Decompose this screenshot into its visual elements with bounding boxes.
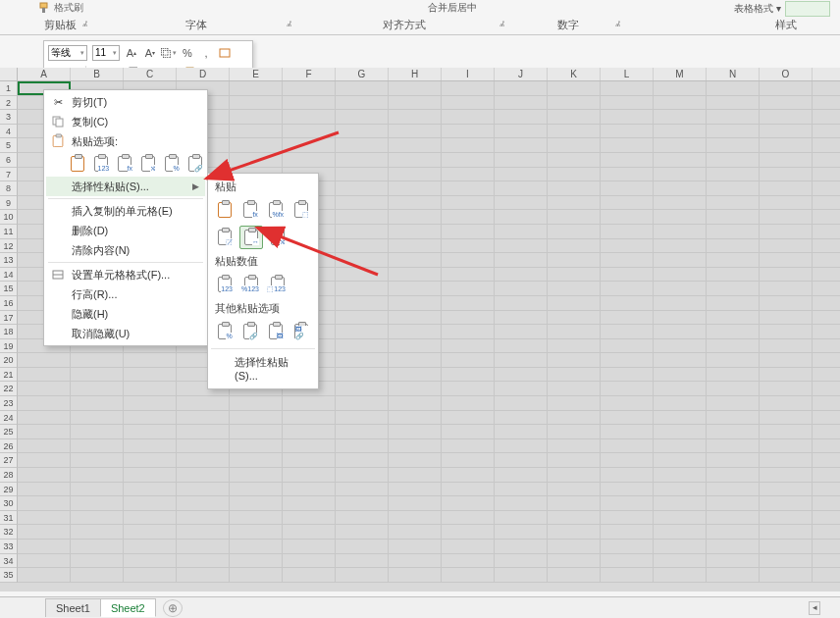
sub-paste-picture-icon[interactable]: 🖼 bbox=[265, 320, 288, 343]
alignment-dialog-launcher[interactable]: ⰼ bbox=[499, 21, 504, 31]
row-header[interactable]: 28 bbox=[0, 468, 18, 483]
ctx-clear-contents[interactable]: 清除内容(N) bbox=[46, 240, 205, 260]
comma-icon[interactable]: , bbox=[199, 46, 213, 60]
col-header[interactable]: J bbox=[495, 68, 548, 80]
row-header[interactable]: 10 bbox=[0, 210, 18, 225]
sub-paste-formulas-icon[interactable]: fx bbox=[238, 198, 261, 222]
row-header[interactable]: 24 bbox=[0, 411, 18, 426]
row-header[interactable]: 16 bbox=[0, 296, 18, 311]
merge-center-button[interactable]: 合并后居中 bbox=[428, 1, 477, 15]
row-header[interactable]: 7 bbox=[0, 168, 18, 182]
row-header[interactable]: 12 bbox=[0, 239, 18, 254]
sub-special-paste[interactable]: 选择性粘贴(S)... bbox=[211, 348, 315, 386]
row-header[interactable]: 4 bbox=[0, 125, 18, 139]
row-header[interactable]: 19 bbox=[0, 339, 18, 354]
accounting-icon[interactable] bbox=[218, 46, 232, 60]
row-header[interactable]: 3 bbox=[0, 110, 18, 125]
ctx-delete[interactable]: 删除(D) bbox=[46, 221, 205, 240]
sub-paste-linked-picture-icon[interactable]: 🖼🔗 bbox=[290, 320, 313, 343]
row-header[interactable]: 2 bbox=[0, 96, 18, 111]
ctx-row-height[interactable]: 行高(R)... bbox=[46, 284, 205, 304]
merge-icon[interactable]: ⿻▾ bbox=[162, 46, 176, 60]
row-header[interactable]: 34 bbox=[0, 554, 18, 569]
ctx-copy[interactable]: 复制(C) bbox=[46, 112, 205, 131]
ctx-insert-copied[interactable]: 插入复制的单元格(E) bbox=[46, 201, 205, 221]
ctx-format-cells[interactable]: 设置单元格格式(F)... bbox=[46, 265, 205, 284]
row-header[interactable]: 18 bbox=[0, 325, 18, 339]
col-header[interactable]: H bbox=[389, 68, 442, 80]
row-header[interactable]: 13 bbox=[0, 253, 18, 268]
ctx-cut[interactable]: ✂ 剪切(T) bbox=[46, 92, 205, 112]
increase-font-icon[interactable]: A▴ bbox=[125, 46, 138, 60]
sub-paste-values-icon[interactable]: 123 bbox=[213, 273, 236, 296]
row-header[interactable]: 22 bbox=[0, 382, 18, 396]
cell-style-sample[interactable] bbox=[785, 1, 830, 17]
scroll-left-button[interactable]: ◂ bbox=[809, 601, 820, 615]
sheet-tab-1[interactable]: Sheet1 bbox=[45, 598, 101, 617]
sub-paste-all-icon[interactable] bbox=[213, 198, 236, 222]
add-sheet-button[interactable]: ⊕ bbox=[163, 599, 183, 617]
sub-paste-transpose-icon[interactable]: ⤭ bbox=[266, 226, 289, 249]
col-header[interactable]: A bbox=[18, 68, 71, 80]
row-header[interactable]: 11 bbox=[0, 225, 18, 239]
col-header[interactable]: D bbox=[177, 68, 230, 80]
percent-icon[interactable]: % bbox=[181, 46, 194, 60]
row-header[interactable]: 31 bbox=[0, 511, 18, 526]
row-header[interactable]: 17 bbox=[0, 311, 18, 326]
col-header[interactable]: L bbox=[601, 68, 654, 80]
row-header[interactable]: 27 bbox=[0, 453, 18, 468]
sub-paste-values-numfmt-icon[interactable]: %123 bbox=[239, 273, 263, 296]
col-header[interactable]: N bbox=[707, 68, 760, 80]
row-header[interactable]: 21 bbox=[0, 368, 18, 383]
row-header[interactable]: 1 bbox=[0, 81, 18, 96]
sub-paste-keep-src-fmt-icon[interactable]: ⬚ bbox=[290, 198, 313, 222]
row-header[interactable]: 26 bbox=[0, 439, 18, 454]
paste-all-icon[interactable] bbox=[68, 153, 88, 175]
col-header[interactable]: E bbox=[230, 68, 283, 80]
row-header[interactable]: 15 bbox=[0, 282, 18, 296]
number-dialog-launcher[interactable]: ⰼ bbox=[615, 21, 620, 31]
col-header[interactable]: B bbox=[71, 68, 124, 80]
row-header[interactable]: 33 bbox=[0, 540, 18, 554]
row-header[interactable]: 29 bbox=[0, 483, 18, 497]
ctx-special-paste[interactable]: 选择性粘贴(S)... ▶ bbox=[46, 177, 205, 196]
sub-paste-formatting-icon[interactable]: % bbox=[213, 320, 236, 343]
clipboard-dialog-launcher[interactable]: ⰼ bbox=[82, 21, 87, 31]
row-header[interactable]: 30 bbox=[0, 496, 18, 511]
paste-formulas-icon[interactable]: fx bbox=[115, 153, 135, 175]
col-header[interactable]: O bbox=[760, 68, 813, 80]
sub-paste-formulas-numfmt-icon[interactable]: %fx bbox=[265, 198, 288, 222]
sub-paste-link-icon[interactable]: 🔗 bbox=[238, 320, 261, 343]
mini-font-name[interactable]: 等线▾ bbox=[48, 45, 87, 61]
col-header[interactable]: G bbox=[336, 68, 389, 80]
col-header[interactable]: M bbox=[654, 68, 707, 80]
table-format-button[interactable]: 表格格式 ▾ bbox=[734, 2, 781, 16]
ctx-unhide[interactable]: 取消隐藏(U) bbox=[46, 324, 205, 343]
row-header[interactable]: 14 bbox=[0, 268, 18, 283]
select-all-corner[interactable] bbox=[0, 68, 18, 80]
sheet-tab-2[interactable]: Sheet2 bbox=[100, 598, 156, 617]
col-header[interactable]: K bbox=[548, 68, 601, 80]
sub-paste-keep-colwidth-icon[interactable]: ↔ bbox=[239, 226, 263, 249]
col-header[interactable]: F bbox=[283, 68, 336, 80]
row-header[interactable]: 6 bbox=[0, 153, 18, 168]
decrease-font-icon[interactable]: A▾ bbox=[143, 46, 157, 60]
paste-values-icon[interactable]: 123 bbox=[91, 153, 112, 175]
sub-paste-values-srcfmt-icon[interactable]: ⬚123 bbox=[266, 273, 289, 296]
mini-font-size[interactable]: 11▾ bbox=[92, 45, 120, 61]
row-header[interactable]: 23 bbox=[0, 396, 18, 411]
row-header[interactable]: 25 bbox=[0, 425, 18, 439]
col-header[interactable]: I bbox=[442, 68, 495, 80]
row-header[interactable]: 32 bbox=[0, 525, 18, 540]
paste-link-icon[interactable]: 🔗 bbox=[184, 153, 205, 175]
ctx-hide[interactable]: 隐藏(H) bbox=[46, 304, 205, 324]
row-header[interactable]: 35 bbox=[0, 568, 18, 583]
paste-transpose-icon[interactable]: ⤭ bbox=[137, 153, 158, 175]
paste-formatting-icon[interactable]: % bbox=[161, 153, 182, 175]
row-header[interactable]: 20 bbox=[0, 353, 18, 368]
sub-paste-noborders-icon[interactable]: ⬚̸ bbox=[213, 226, 236, 249]
row-header[interactable]: 8 bbox=[0, 181, 18, 196]
font-dialog-launcher[interactable]: ⰼ bbox=[287, 21, 291, 31]
row-header[interactable]: 9 bbox=[0, 196, 18, 211]
row-header[interactable]: 5 bbox=[0, 138, 18, 153]
